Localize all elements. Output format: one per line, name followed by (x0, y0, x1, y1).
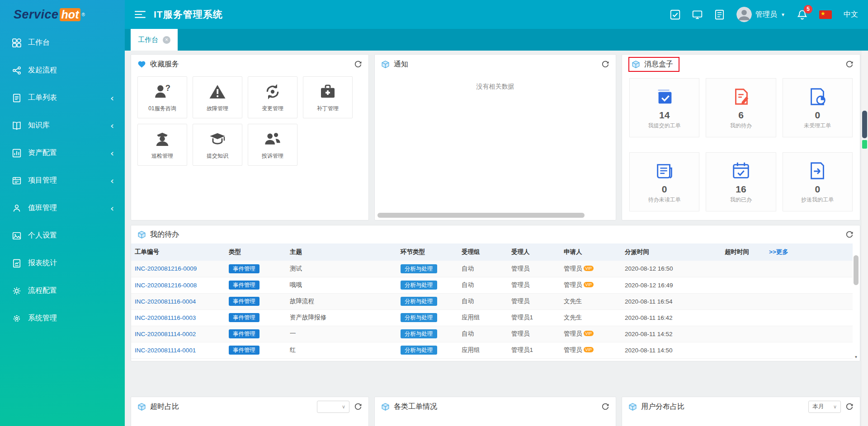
service-card-consult[interactable]: ? 01服务咨询 (137, 76, 187, 118)
workorder-id-link[interactable]: INC-2020081116-0003 (135, 314, 196, 321)
table-row: INC-2020081116-0004 事件管理 故障流程 分析与处理 自动 管… (131, 293, 853, 309)
avatar (736, 7, 752, 22)
person-icon (12, 204, 21, 213)
empty-data-text: 没有相关数据 (375, 74, 616, 91)
type-badge: 事件管理 (229, 329, 259, 339)
stat-card-done[interactable]: 16 我的已办 (706, 152, 776, 211)
workorder-id-link[interactable]: INC-2020081114-0002 (135, 331, 196, 337)
language-switch[interactable]: 中文 (844, 10, 858, 19)
sidebar-nav: 工作台 发起流程 工单列表 ‹ 知识库 ‹ 资产配置 ‹ (0, 29, 125, 332)
sidebar-item-project-management[interactable]: 项目管理 ‹ (0, 167, 125, 194)
stat-card-unaccepted[interactable]: 0 未受理工单 (783, 78, 853, 137)
logo-text-hot: hot (60, 8, 81, 21)
refresh-icon[interactable] (601, 403, 609, 411)
panel-title: 消息盒子 (644, 60, 673, 69)
service-card-knowledge[interactable]: 提交知识 (193, 124, 242, 166)
select-arrow-icon: ∨ (342, 404, 345, 410)
table-header-row: 工单编号 类型 主题 环节类型 受理组 受理人 申请人 分派时间 超时时间 >>… (131, 243, 853, 261)
column-header: 受理人 (508, 243, 560, 261)
vip-badge: VIP (584, 266, 594, 271)
workorder-id-link[interactable]: INC-2020081116-0004 (135, 298, 196, 305)
graduate-icon (208, 130, 226, 148)
sidebar-toggle-icon[interactable] (135, 10, 146, 19)
change-cycle-icon (264, 83, 282, 101)
sidebar-item-workorder-list[interactable]: 工单列表 ‹ (0, 84, 125, 112)
notifications-button[interactable]: 5 (797, 9, 807, 20)
user-menu[interactable]: 管理员 ▼ (736, 7, 785, 22)
page-title: IT服务管理系统 (154, 8, 223, 21)
table-scrollbar-thumb[interactable] (854, 255, 859, 285)
subject-cell: 一 (286, 326, 397, 342)
page-scrollbar-marker (862, 140, 867, 149)
sidebar-item-report-statistics[interactable]: 报表统计 (0, 249, 125, 277)
service-card-change[interactable]: 变更管理 (248, 76, 297, 118)
sidebar-item-system-management[interactable]: 系统管理 (0, 304, 125, 332)
refresh-icon[interactable] (845, 230, 854, 239)
page-scrollbar-thumb[interactable] (862, 111, 867, 138)
refresh-icon[interactable] (845, 403, 854, 411)
service-card-patch[interactable]: 补丁管理 (303, 76, 353, 118)
column-header: 受理组 (458, 243, 508, 261)
workorder-id-link[interactable]: INC-2020081216-0008 (135, 282, 197, 289)
refresh-icon[interactable] (601, 60, 609, 68)
tab-close-icon[interactable]: × (163, 36, 170, 44)
type-badge: 事件管理 (229, 264, 259, 274)
stat-card-my-todo[interactable]: 6 我的待办 (706, 78, 776, 137)
type-badge: 事件管理 (229, 281, 259, 290)
service-card-patrol[interactable]: 巡检管理 (137, 124, 187, 166)
sidebar-item-process-config[interactable]: 流程配置 (0, 277, 125, 304)
guard-icon (153, 130, 171, 148)
stage-badge: 分析与处理 (401, 346, 437, 355)
cube-icon (137, 230, 146, 239)
logo-text-service: Service (14, 8, 59, 22)
monitor-icon[interactable] (692, 9, 703, 20)
workorder-id-link[interactable]: INC-2020081216-0009 (135, 265, 197, 272)
table-row: INC-2020081216-0008 事件管理 哦哦 分析与处理 自动 管理员… (131, 277, 853, 293)
stat-count: 0 (815, 184, 820, 195)
stat-card-submitted[interactable]: 14 我提交的工单 (629, 78, 699, 137)
group-cell: 自动 (458, 293, 508, 309)
sidebar-item-asset-config[interactable]: 资产配置 ‹ (0, 139, 125, 167)
toolbox-cross-icon (319, 83, 337, 101)
service-card-complaint[interactable]: 投诉管理 (248, 124, 297, 166)
service-card-fault[interactable]: 故障管理 (193, 76, 242, 118)
timeout-cell (721, 261, 765, 277)
annotation-highlight: 消息盒子 (628, 57, 679, 72)
task-check-icon[interactable] (670, 9, 680, 20)
horizontal-scrollbar-thumb[interactable] (377, 213, 585, 218)
stat-label: 待办未读工单 (648, 196, 681, 204)
submitted-orders-icon (654, 86, 675, 107)
document-icon[interactable] (714, 9, 725, 20)
sidebar-item-initiate-process[interactable]: 发起流程 (0, 56, 125, 84)
sidebar-item-duty-management[interactable]: 值班管理 ‹ (0, 194, 125, 222)
refresh-icon[interactable] (845, 60, 854, 68)
two-persons-icon (264, 130, 282, 148)
scroll-down-arrow-icon[interactable]: ▼ (854, 355, 859, 359)
applicant-cell: 文先生 (560, 293, 621, 309)
type-badge: 事件管理 (229, 346, 259, 355)
report-chart-icon (12, 259, 21, 268)
refresh-icon[interactable] (354, 403, 362, 411)
sidebar-item-label: 工作台 (28, 38, 50, 47)
table-row: INC-2020081216-0009 事件管理 测试 分析与处理 自动 管理员… (131, 261, 853, 277)
sidebar-item-workbench[interactable]: 工作台 (0, 29, 125, 56)
user-dist-filter-select[interactable]: 本月 ∨ (808, 401, 841, 413)
stage-badge: 分析与处理 (401, 281, 437, 290)
app-root: Servicehot® 工作台 发起流程 工单列表 ‹ 知识库 ‹ (0, 0, 868, 426)
my-todo-panel: 我的待办 工单编号 类型 主题 环节类型 受理组 (131, 225, 860, 361)
stat-card-unread[interactable]: 0 待办未读工单 (629, 152, 699, 211)
refresh-icon[interactable] (354, 60, 362, 68)
china-flag-icon[interactable]: ★ (819, 10, 832, 19)
tab-workbench[interactable]: 工作台 × (131, 29, 178, 51)
more-link[interactable]: >>更多 (769, 248, 788, 255)
stat-card-cc-me[interactable]: 0 抄送我的工单 (783, 152, 853, 211)
user-name: 管理员 (755, 10, 777, 19)
workorder-id-link[interactable]: INC-2020081114-0001 (135, 347, 196, 354)
subject-cell: 红 (286, 342, 397, 358)
timeout-filter-select[interactable]: ∨ (317, 401, 349, 413)
collapse-chevron-icon: ‹ (110, 149, 114, 158)
sidebar-item-personal-settings[interactable]: 个人设置 (0, 222, 125, 249)
handler-cell: 管理员 (508, 293, 560, 309)
sidebar-item-knowledge-base[interactable]: 知识库 ‹ (0, 112, 125, 139)
column-header: 环节类型 (397, 243, 458, 261)
